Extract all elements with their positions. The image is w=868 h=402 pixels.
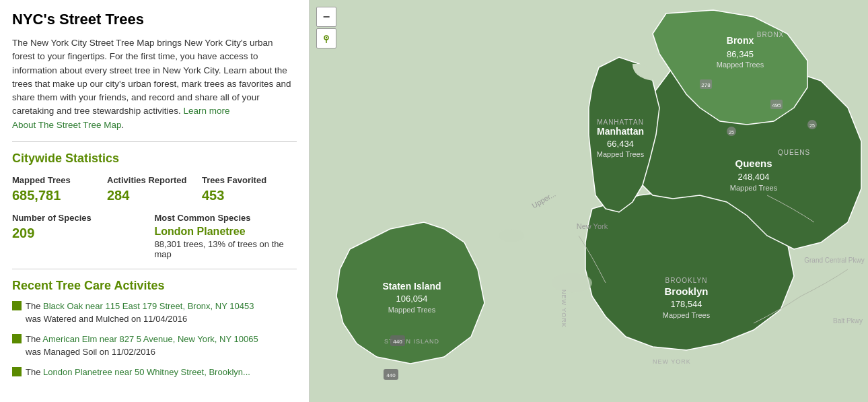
num-species-label: Number of Species (12, 213, 155, 224)
page-title: NYC's Street Trees (12, 11, 297, 28)
svg-text:Balt Pkwy: Balt Pkwy (833, 317, 863, 325)
activity-dot-2 (12, 334, 22, 343)
svg-text:106,054: 106,054 (396, 294, 428, 304)
svg-text:Brooklyn: Brooklyn (664, 286, 708, 297)
svg-point-9 (498, 229, 525, 242)
svg-text:NEW YORK: NEW YORK (560, 290, 567, 328)
svg-text:Staten Island: Staten Island (382, 281, 441, 292)
activity-dot-3 (12, 367, 22, 376)
num-species-value: 209 (12, 226, 155, 241)
svg-text:Mapped Trees: Mapped Trees (663, 311, 711, 319)
svg-text:248,404: 248,404 (738, 172, 770, 182)
activity-link-1[interactable]: Black Oak near 115 East 179 Street, Bron… (43, 301, 254, 311)
activity-item-1: The Black Oak near 115 East 179 Street, … (12, 300, 297, 326)
svg-text:QUEENS: QUEENS (778, 149, 810, 156)
svg-text:BROOKLYN: BROOKLYN (665, 277, 708, 284)
activities-value: 284 (107, 188, 202, 203)
mapped-trees-stat: Mapped Trees 685,781 (12, 175, 107, 203)
activity-link-2[interactable]: American Elm near 827 5 Avenue, New York… (42, 334, 258, 344)
activity-item-3: The London Planetree near 50 Whitney Str… (12, 366, 297, 379)
svg-text:MANHATTAN: MANHATTAN (597, 119, 644, 126)
most-common-label: Most Common Species (155, 213, 297, 224)
activity-text-3: The London Planetree near 50 Whitney Str… (26, 366, 250, 379)
svg-text:278: 278 (701, 82, 711, 88)
svg-text:440: 440 (386, 372, 396, 378)
recent-activities-title: Recent Tree Care Activites (12, 279, 297, 293)
trees-favorited-stat: Trees Favorited 453 (202, 175, 297, 203)
activities-stat: Activities Reported 284 (107, 175, 202, 203)
mapped-trees-label: Mapped Trees (12, 175, 107, 187)
activity-text-1: The Black Oak near 115 East 179 Street, … (26, 300, 254, 326)
stats-grid: Mapped Trees 685,781 Activities Reported… (12, 175, 297, 203)
svg-text:440: 440 (393, 339, 402, 345)
svg-text:NEW YORK: NEW YORK (653, 358, 691, 365)
svg-text:66,434: 66,434 (607, 139, 634, 149)
learn-more-link[interactable]: Learn more (183, 106, 229, 116)
svg-text:Grand Central Pkwy: Grand Central Pkwy (804, 257, 864, 264)
svg-text:Mapped Trees: Mapped Trees (730, 184, 778, 192)
activity-text-2: The American Elm near 827 5 Avenue, New … (26, 333, 258, 359)
most-common-name: London Planetree (155, 226, 297, 238)
svg-text:Manhattan: Manhattan (597, 126, 644, 137)
activity-dot-1 (12, 301, 22, 310)
svg-text:25: 25 (729, 130, 734, 135)
divider-1 (12, 141, 297, 142)
citywide-stats-title: Citywide Statistics (12, 152, 297, 166)
activity-item-2: The American Elm near 827 5 Avenue, New … (12, 333, 297, 359)
svg-text:New York: New York (577, 222, 608, 230)
location-button[interactable] (316, 28, 336, 48)
divider-2 (12, 269, 297, 269)
description-text: The New York City Street Tree Map brings… (12, 36, 297, 132)
activities-label: Activities Reported (107, 175, 202, 187)
mapped-trees-value: 685,781 (12, 188, 107, 203)
svg-text:Mapped Trees: Mapped Trees (717, 61, 764, 69)
svg-text:178,544: 178,544 (671, 299, 702, 309)
svg-text:86,345: 86,345 (727, 49, 754, 59)
location-icon (321, 33, 332, 44)
svg-point-8 (552, 273, 592, 293)
map-panel[interactable]: − (310, 0, 868, 402)
stats-grid2: Number of Species 209 Most Common Specie… (12, 213, 297, 259)
svg-text:495: 495 (772, 102, 781, 108)
svg-text:25: 25 (809, 123, 815, 128)
trees-favorited-label: Trees Favorited (202, 175, 297, 187)
left-panel: NYC's Street Trees The New York City Str… (0, 0, 310, 402)
svg-text:Mapped Trees: Mapped Trees (597, 150, 645, 158)
most-common-stat: Most Common Species London Planetree 88,… (155, 213, 297, 259)
num-species-stat: Number of Species 209 (12, 213, 155, 259)
activity-link-3[interactable]: London Planetree near 50 Whitney Street,… (43, 367, 250, 377)
svg-text:Mapped Trees: Mapped Trees (388, 306, 436, 314)
svg-point-1 (326, 37, 327, 38)
svg-text:Queens: Queens (735, 158, 772, 169)
zoom-minus-button[interactable]: − (316, 7, 336, 27)
about-link[interactable]: About The Street Tree Map (12, 120, 122, 130)
map-controls: − (316, 7, 336, 48)
trees-favorited-value: 453 (202, 188, 297, 203)
map-svg: 278 495 25 25 Bronx BRONX 86,345 Mapped … (310, 0, 868, 402)
bronx-label: Bronx (727, 35, 754, 46)
most-common-desc: 88,301 trees, 13% of trees on the map (155, 239, 297, 259)
svg-text:BRONX: BRONX (757, 31, 785, 38)
